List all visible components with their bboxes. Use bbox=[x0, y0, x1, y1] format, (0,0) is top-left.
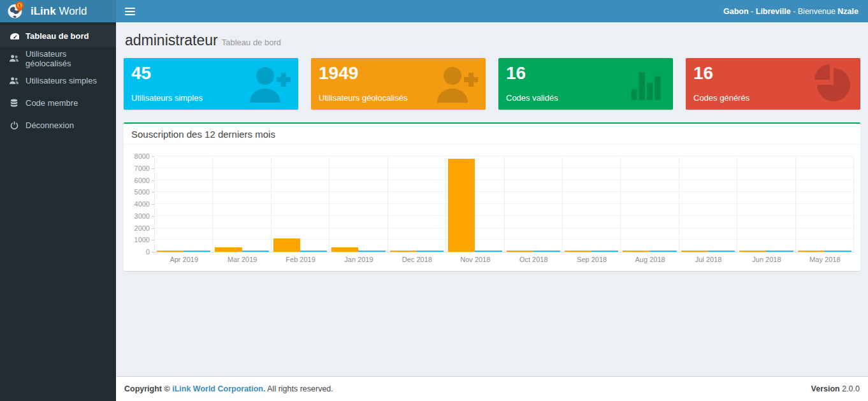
x-axis-tick-label: Feb 2019 bbox=[271, 256, 329, 263]
navbar-country: Gabon bbox=[723, 7, 749, 16]
app-window: $ iLink World Tableau de bordUtilisateur… bbox=[0, 0, 868, 401]
sidebar-item-code-membre[interactable]: Code membre bbox=[0, 92, 116, 114]
chart-bar-souscriptions-bleues bbox=[184, 251, 210, 252]
sidebar-menu: Tableau de bordUtilisateurs géolocalisés… bbox=[0, 22, 116, 136]
users-icon bbox=[9, 54, 19, 62]
chart-bar-souscriptions-bleues bbox=[533, 251, 560, 252]
sidebar-item-utilisateurs-geolocalises[interactable]: Utilisateurs géolocalisés bbox=[0, 47, 116, 69]
x-axis-tick-label: Jan 2019 bbox=[329, 256, 387, 263]
chart-bar-souscriptions-orange bbox=[739, 251, 766, 252]
chart-bar-souscriptions-bleues bbox=[475, 251, 502, 252]
chart-bar-souscriptions-bleues bbox=[766, 251, 793, 252]
brand-name: iLink World bbox=[31, 5, 87, 18]
y-axis-tick-label: 5000 bbox=[134, 189, 154, 196]
chart-bar-souscriptions-orange bbox=[273, 238, 300, 252]
chart-bar-souscriptions-orange bbox=[157, 251, 184, 252]
chart-bar-souscriptions-orange bbox=[331, 247, 358, 252]
chart-month-group-jun-2018 bbox=[737, 157, 795, 252]
chart-bar-souscriptions-bleues bbox=[650, 251, 677, 252]
stat-card-label: Utilisateurs géolocalisés bbox=[319, 93, 407, 103]
y-axis-tick-label: 2000 bbox=[134, 225, 154, 232]
panel-title: Souscription des 12 derniers mois bbox=[124, 124, 860, 145]
x-axis-tick-label: Mar 2019 bbox=[213, 256, 271, 263]
chart-bar-souscriptions-bleues bbox=[300, 251, 327, 252]
chart-bar-souscriptions-orange bbox=[623, 251, 649, 252]
x-axis-tick-label: Apr 2019 bbox=[155, 256, 213, 263]
brand-name-bold: iLink bbox=[31, 5, 56, 17]
y-axis-tick-label: 7000 bbox=[134, 165, 154, 172]
top-navbar: Gabon - Libreville - Bienvenue Nzale bbox=[116, 0, 868, 22]
hamburger-menu-icon[interactable] bbox=[125, 8, 135, 15]
chart-bar-souscriptions-bleues bbox=[708, 251, 735, 252]
chart-bar-souscriptions-orange bbox=[215, 247, 242, 252]
stat-card-codes-generes: 16Codes générés bbox=[686, 58, 860, 110]
sidebar-item-label: Déconnexion bbox=[25, 120, 74, 130]
stat-card-utilisateurs-geolocalises: 1949Utilisateurs géolocalisés bbox=[311, 58, 486, 110]
x-axis-tick-label: May 2018 bbox=[796, 256, 854, 263]
y-axis-tick-label: 8000 bbox=[134, 153, 154, 160]
chart-month-group-sep-2018 bbox=[563, 157, 621, 252]
page-header: administrateurTableau de bord bbox=[125, 32, 859, 49]
database-icon bbox=[9, 99, 19, 108]
sidebar-item-tableau-de-bord[interactable]: Tableau de bord bbox=[0, 25, 116, 47]
chart-month-group-oct-2018 bbox=[505, 157, 563, 252]
y-axis-tick-label: 3000 bbox=[134, 213, 154, 220]
navbar-username: Nzale bbox=[837, 7, 858, 16]
stat-card-codes-valides: 16Codes validés bbox=[498, 58, 673, 110]
navbar-greeting: Bienvenue bbox=[798, 7, 835, 16]
chart-plot bbox=[154, 157, 854, 252]
chart-bar-souscriptions-orange bbox=[448, 159, 475, 252]
x-axis-tick-label: Dec 2018 bbox=[388, 256, 446, 263]
x-axis-tick-label: Jun 2018 bbox=[737, 256, 795, 263]
x-axis-tick-label: Nov 2018 bbox=[446, 256, 504, 263]
chart-bar-souscriptions-bleues bbox=[242, 251, 269, 252]
sidebar-item-utilisateurs-simples[interactable]: Utilisateurs simples bbox=[0, 69, 116, 92]
sidebar-item-label: Utilisateurs simples bbox=[25, 76, 97, 85]
user-plus-icon bbox=[243, 62, 293, 105]
stat-card-label: Utilisateurs simples bbox=[131, 93, 203, 103]
navbar-separator: - bbox=[793, 7, 795, 16]
bar-chart-icon bbox=[626, 62, 668, 104]
users-icon bbox=[9, 77, 19, 85]
sidebar-item-label: Tableau de bord bbox=[25, 31, 89, 41]
footer-copyright-label: Copyright © bbox=[124, 384, 172, 393]
dashboard-icon bbox=[9, 33, 19, 40]
footer-version: Version 2.0.0 bbox=[811, 384, 860, 393]
chart-bar-souscriptions-bleues bbox=[417, 251, 444, 252]
chart-bar-souscriptions-orange bbox=[798, 251, 825, 252]
chart-month-group-jul-2018 bbox=[679, 157, 737, 252]
chart-month-group-feb-2019 bbox=[271, 157, 329, 252]
footer-version-label: Version bbox=[811, 384, 840, 393]
subscription-chart: 010002000300040005000600070008000 Apr 20… bbox=[124, 145, 860, 271]
stat-cards-row: 45Utilisateurs simples1949Utilisateurs g… bbox=[124, 58, 860, 110]
chart-month-group-dec-2018 bbox=[388, 157, 446, 252]
gridline bbox=[155, 156, 854, 156]
y-axis-tick-label: 4000 bbox=[134, 201, 154, 208]
chart-bar-souscriptions-bleues bbox=[358, 251, 385, 252]
navbar-user-info: Gabon - Libreville - Bienvenue Nzale bbox=[723, 7, 858, 16]
footer-company-link[interactable]: iLink World Corporation. bbox=[172, 384, 265, 393]
stat-card-label: Codes validés bbox=[506, 93, 558, 103]
pie-chart-icon bbox=[811, 62, 855, 105]
page-title: administrateur bbox=[125, 32, 218, 48]
navbar-city: Libreville bbox=[756, 7, 791, 16]
stat-card-label: Codes générés bbox=[693, 93, 749, 103]
y-axis-tick-label: 0 bbox=[146, 249, 154, 256]
brand-name-light: World bbox=[59, 5, 87, 17]
chart-month-group-nov-2018 bbox=[446, 157, 504, 252]
content-area: administrateurTableau de bord 45Utilisat… bbox=[116, 22, 868, 376]
chart-bar-souscriptions-orange bbox=[390, 251, 417, 252]
brand-logo[interactable]: $ iLink World bbox=[0, 0, 116, 22]
y-axis-tick-label: 6000 bbox=[134, 177, 154, 184]
sidebar-item-deconnexion[interactable]: Déconnexion bbox=[0, 114, 116, 136]
footer-version-value: 2.0.0 bbox=[842, 384, 860, 393]
stat-card-utilisateurs-simples: 45Utilisateurs simples bbox=[124, 58, 298, 110]
chart-bar-souscriptions-orange bbox=[565, 251, 591, 252]
y-axis-tick-label: 1000 bbox=[134, 237, 154, 244]
x-axis-tick-label: Aug 2018 bbox=[621, 256, 679, 263]
chart-month-group-may-2018 bbox=[796, 157, 854, 252]
chart-month-group-mar-2019 bbox=[213, 157, 271, 252]
chart-month-group-apr-2019 bbox=[155, 157, 213, 252]
navbar-separator: - bbox=[751, 7, 753, 16]
power-icon bbox=[9, 121, 19, 129]
